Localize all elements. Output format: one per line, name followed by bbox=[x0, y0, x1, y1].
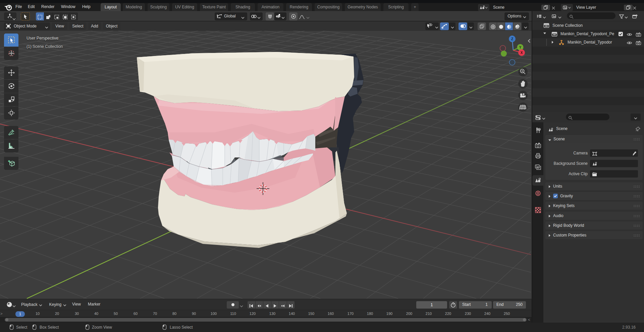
svg-text:Y: Y bbox=[519, 46, 522, 49]
svg-text:Z: Z bbox=[511, 37, 513, 41]
svg-text:X: X bbox=[521, 51, 523, 55]
